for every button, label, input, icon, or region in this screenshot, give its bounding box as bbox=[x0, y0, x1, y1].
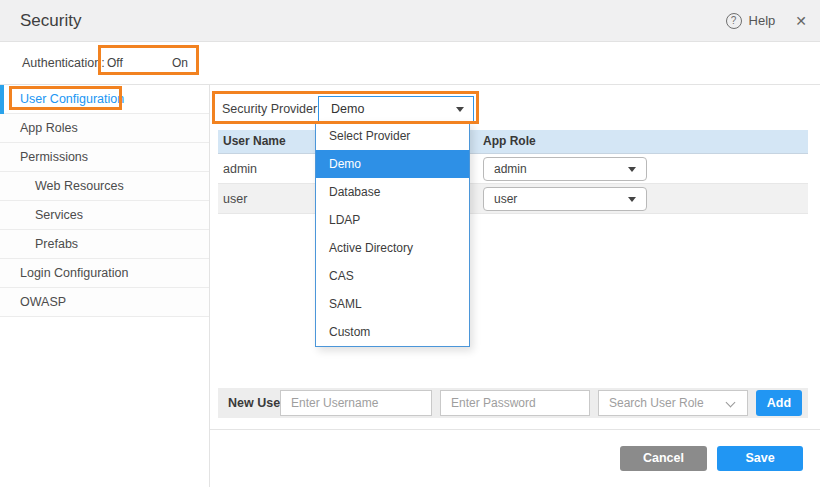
users-table: User Name App Role admin admin user user bbox=[218, 130, 808, 214]
sidebar-item-app-roles[interactable]: App Roles bbox=[0, 114, 209, 143]
help-link[interactable]: Help bbox=[749, 13, 776, 28]
toggle-off-label: Off bbox=[107, 42, 123, 84]
sidebar-item-label: Prefabs bbox=[35, 237, 78, 251]
caret-down-icon bbox=[456, 107, 464, 112]
provider-option-cas[interactable]: CAS bbox=[316, 262, 469, 290]
sidebar-item-permissions[interactable]: Permissions bbox=[0, 143, 209, 172]
sidebar-item-login-configuration[interactable]: Login Configuration bbox=[0, 259, 209, 288]
sidebar-item-label: App Roles bbox=[20, 121, 78, 135]
app-role-cell: user bbox=[475, 187, 808, 211]
provider-option-saml[interactable]: SAML bbox=[316, 290, 469, 318]
security-provider-value: Demo bbox=[331, 97, 364, 122]
sidebar-item-web-resources[interactable]: Web Resources bbox=[0, 172, 209, 201]
sidebar-item-label: User Configuration bbox=[20, 92, 124, 106]
authentication-label: Authentication: bbox=[22, 42, 105, 84]
toggle-on-label: On bbox=[172, 42, 188, 84]
chevron-down-icon bbox=[726, 398, 736, 408]
title-bar-actions: ? Help ✕ bbox=[726, 0, 807, 41]
sidebar-item-label: Permissions bbox=[20, 150, 88, 164]
provider-option-ldap[interactable]: LDAP bbox=[316, 206, 469, 234]
new-username-input[interactable] bbox=[280, 390, 432, 416]
security-dialog: Security ? Help ✕ Authentication: Off On… bbox=[0, 0, 820, 487]
help-icon[interactable]: ? bbox=[726, 13, 742, 29]
close-icon[interactable]: ✕ bbox=[795, 14, 807, 28]
add-user-button[interactable]: Add bbox=[756, 390, 802, 416]
cancel-button[interactable]: Cancel bbox=[620, 446, 707, 471]
sidebar-item-label: Login Configuration bbox=[20, 266, 128, 280]
save-button[interactable]: Save bbox=[717, 446, 803, 471]
table-row: user user bbox=[218, 184, 808, 214]
sidebar-item-prefabs[interactable]: Prefabs bbox=[0, 230, 209, 259]
app-role-cell: admin bbox=[475, 157, 808, 181]
app-role-select[interactable]: user bbox=[483, 187, 647, 211]
table-row: admin admin bbox=[218, 154, 808, 184]
app-role-column-header: App Role bbox=[475, 130, 808, 153]
app-role-select[interactable]: admin bbox=[483, 157, 647, 181]
provider-option-active-directory[interactable]: Active Directory bbox=[316, 234, 469, 262]
active-indicator-bar bbox=[0, 85, 4, 114]
sidebar-nav: User Configuration App Roles Permissions… bbox=[0, 85, 210, 487]
new-user-bar: New User: Search User Role Add bbox=[218, 388, 808, 418]
sidebar-item-user-configuration[interactable]: User Configuration bbox=[0, 85, 209, 114]
new-password-input[interactable] bbox=[440, 390, 590, 416]
users-table-header: User Name App Role bbox=[218, 130, 808, 154]
user-role-select[interactable]: Search User Role bbox=[598, 390, 748, 416]
caret-down-icon bbox=[628, 167, 636, 172]
page-title: Security bbox=[20, 0, 81, 41]
security-provider-dropdown-list: Select Provider Demo Database LDAP Activ… bbox=[315, 121, 470, 347]
footer-divider bbox=[210, 429, 820, 430]
security-provider-label: Security Provider: bbox=[222, 97, 321, 122]
title-bar: Security ? Help ✕ bbox=[0, 0, 820, 42]
app-role-value: admin bbox=[494, 158, 527, 180]
sidebar-item-label: Web Resources bbox=[35, 179, 124, 193]
caret-down-icon bbox=[628, 197, 636, 202]
user-role-placeholder: Search User Role bbox=[609, 391, 704, 415]
app-role-value: user bbox=[494, 188, 517, 210]
authentication-row: Authentication: Off On bbox=[0, 42, 820, 85]
sidebar-item-owasp[interactable]: OWASP bbox=[0, 288, 209, 317]
provider-option-custom[interactable]: Custom bbox=[316, 318, 469, 346]
sidebar-item-services[interactable]: Services bbox=[0, 201, 209, 230]
security-provider-select[interactable]: Demo bbox=[318, 96, 474, 123]
provider-option-database[interactable]: Database bbox=[316, 178, 469, 206]
provider-option-select-provider[interactable]: Select Provider bbox=[316, 122, 469, 150]
sidebar-item-label: OWASP bbox=[20, 295, 66, 309]
provider-option-demo[interactable]: Demo bbox=[316, 150, 469, 178]
sidebar-item-label: Services bbox=[35, 208, 83, 222]
